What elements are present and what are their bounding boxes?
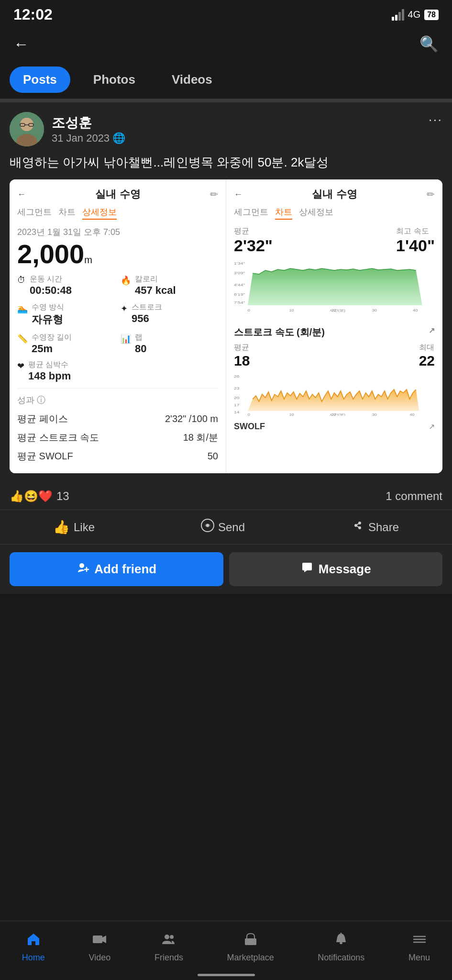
action-bar: 👍 Like Send Share (0, 510, 452, 545)
swim-icon: 🏊 (17, 303, 28, 314)
svg-text:40: 40 (410, 413, 415, 416)
stat-pool-length: 📏 수영장 길이 25m (17, 333, 115, 355)
reactions-left: 👍 😆 ❤️ 13 (10, 490, 69, 503)
card-edit-left: ✏ (210, 189, 218, 200)
section-divider (0, 99, 452, 102)
marketplace-icon (243, 932, 258, 951)
stroke-chart-svg: 26 23 20 17 14 0 10 20 30 40 (234, 373, 435, 416)
calorie-icon: 🔥 (121, 275, 131, 286)
workout-card-right: ← 실내 수영 ✏ 세그먼트 차트 상세정보 평균 2'32" 최고 속도 1'… (226, 179, 442, 473)
friends-label: Friends (154, 953, 183, 963)
share-icon (351, 519, 364, 535)
card-title-left: 실내 수영 (95, 187, 140, 201)
signal-icon (392, 9, 404, 21)
tab-posts[interactable]: Posts (10, 67, 70, 93)
like-button[interactable]: 👍 Like (44, 514, 104, 540)
lap-icon: 📊 (121, 334, 131, 344)
user-name[interactable]: 조성훈 (52, 114, 125, 132)
nav-friends[interactable]: Friends (150, 929, 188, 966)
workout-cards: ← 실내 수영 ✏ 세그먼트 차트 상세정보 2023년 1월 31일 오후 7… (10, 179, 442, 473)
nav-marketplace[interactable]: Marketplace (222, 929, 279, 966)
svg-point-39 (170, 935, 174, 939)
stat-heartrate: ❤ 평균 심박수 148 bpm (17, 360, 218, 382)
share-button[interactable]: Share (342, 514, 408, 540)
svg-text:20: 20 (234, 396, 240, 400)
add-friend-button[interactable]: Add friend (10, 552, 223, 586)
svg-text:10: 10 (289, 413, 295, 416)
haha-emoji: 😆 (24, 490, 38, 503)
nav-notifications[interactable]: Notifications (313, 929, 369, 966)
svg-point-30 (358, 522, 361, 524)
svg-text:시간(분): 시간(분) (330, 309, 345, 312)
tab-photos[interactable]: Photos (80, 67, 149, 93)
swolf-section: SWOLF ↗ (234, 422, 435, 432)
nav-home[interactable]: Home (17, 929, 50, 966)
svg-text:30: 30 (372, 413, 377, 416)
stroke-title: 스트로크 속도 (회/분) ↗ (234, 326, 435, 339)
status-bar: 12:02 4G 78 (0, 0, 452, 27)
svg-point-31 (358, 526, 361, 529)
card-tab-segment-r[interactable]: 세그먼트 (234, 206, 268, 220)
back-button[interactable]: ← (13, 35, 29, 53)
stat-laps: 📊 랩 80 (121, 333, 218, 355)
card-header-right: ← 실내 수영 ✏ (234, 187, 435, 201)
card-tab-segment[interactable]: 세그먼트 (17, 206, 52, 220)
share-label: Share (368, 521, 399, 534)
tab-videos[interactable]: Videos (158, 67, 226, 93)
tabs-bar: Posts Photos Videos (0, 61, 452, 99)
notifications-icon (333, 932, 349, 951)
svg-text:시간(분): 시간(분) (330, 413, 345, 416)
card-tab-detail-r[interactable]: 상세정보 (299, 206, 333, 220)
nav-menu[interactable]: Menu (404, 929, 435, 966)
svg-marker-37 (102, 935, 106, 943)
svg-text:17: 17 (234, 403, 240, 407)
card-tab-detail[interactable]: 상세정보 (82, 206, 117, 220)
post-meta: 31 Jan 2023 🌐 (52, 132, 125, 145)
search-button[interactable]: 🔍 (419, 35, 439, 53)
globe-icon: 🌐 (112, 132, 125, 145)
clock-icon: ⏱ (17, 275, 26, 285)
nav-bar: ← 🔍 (0, 27, 452, 61)
card-tab-chart-r[interactable]: 차트 (275, 206, 292, 220)
svg-text:0: 0 (248, 413, 251, 416)
pool-icon: 📏 (17, 334, 28, 344)
more-options-button[interactable]: ··· (429, 112, 442, 127)
card-divider (17, 388, 218, 389)
workout-card-left: ← 실내 수영 ✏ 세그먼트 차트 상세정보 2023년 1월 31일 오후 7… (10, 179, 226, 473)
like-label: Like (74, 521, 95, 534)
card-header-left: ← 실내 수영 ✏ (17, 187, 218, 201)
svg-text:0: 0 (248, 309, 251, 312)
network-type: 4G (408, 9, 421, 20)
svg-point-33 (79, 563, 84, 568)
svg-point-32 (354, 524, 357, 527)
post-text: 배영하는 아가씨 낚아챌뻔...레인병목 와중에 50분. 2k달성 (10, 153, 442, 172)
performance-section: 성과 ⓘ 평균 페이스 2'32" /100 m 평균 스트로크 속도 18 회… (17, 394, 218, 466)
home-icon (26, 932, 41, 951)
status-time: 12:02 (13, 6, 53, 23)
comment-count[interactable]: 1 comment (386, 490, 442, 503)
message-button[interactable]: Message (229, 552, 443, 586)
perf-stroke-rate: 평균 스트로크 속도 18 회/분 (17, 428, 218, 447)
video-icon (92, 932, 107, 951)
card-back-right: ← (234, 189, 243, 200)
post-date: 31 Jan 2023 (52, 132, 110, 145)
home-label: Home (22, 953, 45, 963)
svg-point-29 (206, 524, 209, 527)
perf-pace: 평균 페이스 2'32" /100 m (17, 410, 218, 428)
svg-text:3'09": 3'09" (234, 271, 245, 275)
svg-point-1 (20, 118, 33, 131)
post-user: 조성훈 31 Jan 2023 🌐 (10, 112, 125, 146)
card-stats: ⏱ 운동 시간 00:50:48 🔥 칼로리 457 kcal 🏊 (17, 274, 218, 355)
stat-calories: 🔥 칼로리 457 kcal (121, 274, 218, 297)
distance-unit: m (84, 255, 92, 265)
send-button[interactable]: Send (191, 514, 254, 540)
friend-message-bar: Add friend Message (0, 545, 452, 594)
card-tab-chart[interactable]: 차트 (58, 206, 76, 220)
avatar (10, 112, 44, 146)
post-container: 조성훈 31 Jan 2023 🌐 ··· 배영하는 아가씨 낚아챌뻔...레인… (0, 102, 452, 483)
reaction-count: 13 (56, 490, 69, 503)
pace-stats-row: 평균 2'32" 최고 속도 1'40" (234, 226, 435, 255)
nav-video[interactable]: Video (84, 929, 116, 966)
svg-rect-36 (93, 935, 102, 943)
marketplace-label: Marketplace (227, 953, 274, 963)
